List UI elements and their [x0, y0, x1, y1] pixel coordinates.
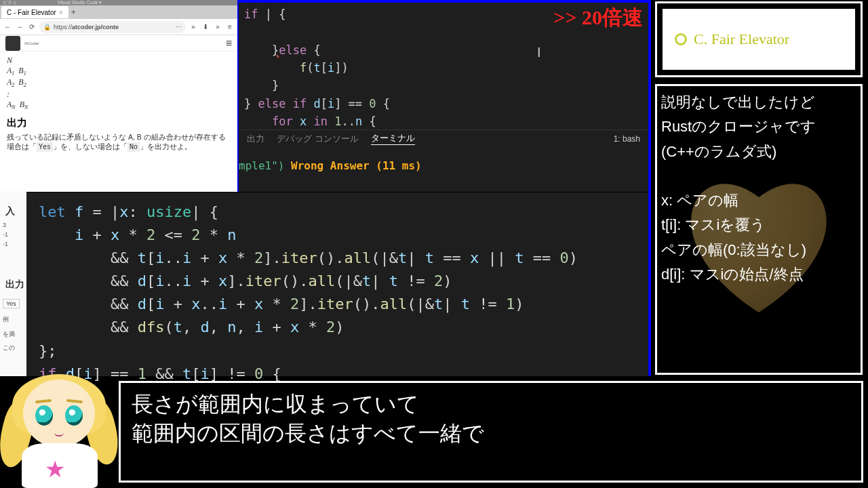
- right-notes-panel: 説明なしで出したけど Rustのクロージャです (C++のラムダ式) x: ペア…: [655, 84, 863, 375]
- terminal-output[interactable]: mple1") Wrong Answer (11 ms): [239, 159, 648, 172]
- gutter-3: 3: [3, 222, 6, 228]
- titlebar-left: ビティ: [3, 0, 17, 6]
- chevron-right-icon[interactable]: »: [189, 23, 198, 30]
- problem-title: C. Fair Elevator: [694, 30, 789, 48]
- browser-titlebar: ビティ Visual Studio Code ▾: [0, 0, 237, 5]
- tab-terminal[interactable]: ターミナル: [371, 132, 415, 145]
- subtitle-box: 長さが範囲内に収まっていて 範囲内の区間の長さはすべて一緒で: [119, 381, 863, 483]
- right-title-inner: C. Fair Elevator: [663, 9, 855, 70]
- yes-badge: Yes: [3, 299, 20, 308]
- reload-icon[interactable]: ⟳: [27, 23, 37, 30]
- titlebar-vscode[interactable]: Visual Studio Code ▾: [58, 0, 102, 5]
- minimize-icon[interactable]: —: [202, 12, 212, 22]
- more-icon[interactable]: »: [213, 23, 222, 30]
- star-icon: ★: [45, 455, 65, 483]
- problem-body: NA1 B1A2 B2:AN BN 出力 残っている記録に矛盾しないような A,…: [0, 52, 237, 156]
- atcoder-logo-text: AtCoder: [24, 41, 39, 45]
- maximize-icon[interactable]: □: [214, 12, 224, 22]
- terminal-sample: mple1"): [239, 159, 284, 172]
- terminal-tabs: 出力 デバッグ コンソール ターミナル 1: bash: [239, 129, 648, 147]
- problem-input-vars: NA1 B1A2 B2:AN BN: [7, 56, 231, 111]
- speed-overlay: >> 20倍速: [553, 4, 643, 32]
- download-icon[interactable]: ⬇: [201, 23, 210, 30]
- left-gutter: 入 3 -1 -1 出力 Yes 例 を満 この: [0, 192, 26, 376]
- example-label: 例: [3, 315, 9, 324]
- browser-tab-active[interactable]: C - Fair Elevator ×: [1, 6, 68, 18]
- tab-title: C - Fair Elevator: [7, 9, 56, 16]
- close-icon[interactable]: ×: [59, 9, 63, 16]
- terminal-wrong-answer: Wrong Answer (11 ms): [284, 159, 421, 172]
- browser-window: ビティ Visual Studio Code ▾ C - Fair Elevat…: [0, 0, 237, 193]
- lock-icon: 🔒: [43, 24, 51, 30]
- atcoder-logo[interactable]: [5, 36, 20, 51]
- gutter-neg1a: -1: [3, 231, 8, 238]
- output-text: 残っている記録に矛盾しないような A, B の組み合わせが存在する場合は「Yes…: [7, 132, 231, 152]
- output-label2: 出力: [5, 279, 24, 291]
- close-window-icon[interactable]: ○: [226, 12, 236, 22]
- new-tab-button[interactable]: +: [71, 7, 76, 17]
- code-overlay[interactable]: let f = |x: usize| { i + x * 2 <= 2 * n …: [26, 192, 648, 376]
- hamburger-icon[interactable]: ≡: [226, 37, 232, 49]
- back-icon[interactable]: ←: [3, 23, 12, 30]
- gutter-neg1b: -1: [3, 241, 8, 247]
- notes-text: 説明なしで出したけど Rustのクロージャです (C++のラムダ式) x: ペア…: [661, 90, 856, 287]
- wo-label: を満: [3, 330, 15, 339]
- tab-debug-console[interactable]: デバッグ コンソール: [277, 133, 359, 145]
- forward-icon[interactable]: →: [15, 23, 24, 30]
- output-heading: 出力: [7, 117, 231, 129]
- browser-tabbar: C - Fair Elevator × + — □ ○: [0, 5, 237, 19]
- page-header: AtCoder ≡: [0, 35, 237, 52]
- browser-content[interactable]: AtCoder ≡ NA1 B1A2 B2:AN BN 出力 残っている記録に矛…: [0, 35, 237, 191]
- tab-output[interactable]: 出力: [247, 133, 264, 145]
- input-label: 入: [5, 205, 15, 218]
- right-title-panel: C. Fair Elevator: [655, 1, 863, 77]
- window-controls: — □ ○: [202, 12, 236, 22]
- circle-icon: [675, 33, 687, 45]
- text-cursor-icon: I: [537, 45, 541, 60]
- subtitle-text: 長さが範囲内に収まっていて 範囲内の区間の長さはすべて一緒で: [132, 390, 850, 448]
- kono-label: この: [3, 344, 15, 352]
- url-bar[interactable]: 🔒 https://atcoder.jp/conte ⋯: [39, 21, 186, 33]
- url-text: https://atcoder.jp/conte: [54, 24, 119, 30]
- menu-icon[interactable]: ≡: [225, 23, 235, 30]
- terminal-selector[interactable]: 1: bash: [614, 134, 640, 144]
- avatar: ★: [0, 377, 121, 487]
